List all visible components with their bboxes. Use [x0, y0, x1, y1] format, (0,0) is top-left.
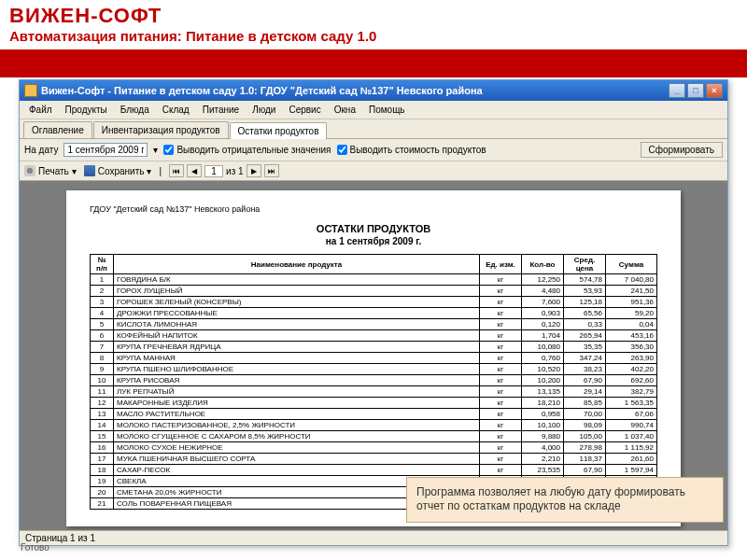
nav-first-button[interactable]: ⏮ — [169, 164, 184, 177]
cell-unit: кг — [480, 431, 522, 442]
report-date: на 1 сентября 2009 г. — [90, 236, 657, 246]
menu-nutrition[interactable]: Питание — [197, 103, 245, 117]
tab-inventory[interactable]: Инвентаризация продуктов — [93, 121, 229, 138]
cell-avg: 105,00 — [564, 431, 606, 442]
page-of-label: из 1 — [226, 166, 244, 176]
cell-avg: 70,00 — [564, 409, 606, 420]
print-icon — [24, 165, 35, 176]
cell-sum: 1 563,35 — [606, 398, 657, 409]
page-header: ВИЖЕН-СОФТ Автоматизация питания: Питани… — [0, 0, 747, 49]
cell-sum: 67,06 — [606, 409, 657, 420]
maximize-button[interactable]: □ — [687, 83, 704, 98]
menu-warehouse[interactable]: Склад — [157, 103, 195, 117]
minimize-button[interactable]: _ — [669, 83, 685, 98]
cell-unit: кг — [480, 308, 522, 319]
table-row: 14МОЛОКО ПАСТЕРИЗОВАННОЕ, 2,5% ЖИРНОСТИк… — [91, 420, 657, 431]
titlebar[interactable]: Вижен-Софт - Питание в детском саду 1.0:… — [20, 80, 727, 101]
cell-num: 8 — [91, 353, 114, 364]
print-dropdown-icon[interactable]: ▾ — [72, 166, 77, 176]
cell-avg: 125,18 — [564, 297, 606, 308]
col-unit: Ед. изм. — [480, 255, 522, 274]
date-dropdown-icon[interactable]: ▾ — [153, 145, 158, 155]
close-button[interactable]: × — [706, 83, 723, 98]
form-button[interactable]: Сформировать — [641, 142, 724, 158]
cell-qty: 0,958 — [522, 409, 564, 420]
cell-name: КИСЛОТА ЛИМОННАЯ — [114, 319, 480, 330]
cell-num: 5 — [91, 319, 114, 330]
cell-name: КРУПА РИСОВАЯ — [114, 375, 480, 386]
col-num: № п/п — [91, 255, 114, 274]
page-current-input[interactable] — [204, 165, 223, 177]
cell-num: 6 — [91, 330, 114, 342]
window-title: Вижен-Софт - Питание в детском саду 1.0:… — [41, 85, 483, 96]
print-button[interactable]: Печать▾ — [24, 165, 77, 176]
cell-avg: 67,90 — [564, 465, 606, 476]
tabbar: Оглавление Инвентаризация продуктов Оста… — [20, 119, 727, 139]
menu-service[interactable]: Сервис — [283, 103, 326, 117]
cell-num: 11 — [91, 386, 114, 398]
cell-name: ГОРОШЕК ЗЕЛЕНЫЙ (КОНСЕРВЫ) — [114, 297, 480, 308]
cell-sum: 1 115,92 — [606, 442, 657, 454]
status-ready: Готово — [21, 542, 49, 553]
statusbar: Страница 1 из 1 — [20, 530, 727, 545]
save-dropdown-icon[interactable]: ▾ — [147, 166, 151, 176]
cell-unit: кг — [480, 342, 522, 353]
cell-num: 9 — [91, 364, 114, 375]
nav-next-button[interactable]: ▶ — [247, 164, 261, 177]
cell-num: 20 — [91, 487, 114, 498]
cell-name: САХАР-ПЕСОК — [114, 465, 480, 476]
cell-avg: 35,35 — [564, 342, 606, 353]
nav-prev-button[interactable]: ◀ — [187, 164, 202, 177]
chk-cost[interactable]: Выводить стоимость продуктов — [337, 145, 486, 155]
cell-sum: 59,20 — [606, 308, 657, 319]
date-input[interactable] — [63, 143, 148, 157]
cell-qty: 1,704 — [522, 330, 564, 342]
cell-unit: кг — [480, 409, 522, 420]
chk-negative-box[interactable] — [163, 145, 174, 155]
cell-num: 21 — [91, 498, 114, 510]
menu-dishes[interactable]: Блюда — [115, 103, 155, 117]
cell-avg: 85,85 — [564, 398, 606, 409]
cell-qty: 18,210 — [522, 398, 564, 409]
table-row: 18САХАР-ПЕСОКкг23,53567,901 597,94 — [91, 465, 657, 476]
cell-num: 13 — [91, 409, 114, 420]
tab-remains[interactable]: Остатки продуктов — [230, 122, 328, 139]
red-bar — [0, 49, 747, 77]
cell-qty: 12,250 — [522, 274, 564, 286]
menu-windows[interactable]: Окна — [329, 103, 361, 117]
menu-products[interactable]: Продукты — [60, 103, 113, 117]
cell-qty: 23,535 — [522, 465, 564, 476]
chk-cost-box[interactable] — [337, 145, 347, 155]
cell-avg: 98,09 — [564, 420, 606, 431]
cell-unit: кг — [480, 465, 522, 476]
chk-negative[interactable]: Выводить отрицательные значения — [163, 145, 331, 155]
cell-name: КРУПА ПШЕНО ШЛИФОВАННОЕ — [114, 364, 480, 375]
page-nav: ⏮ ◀ из 1 ▶ ⏭ — [169, 164, 279, 177]
nav-last-button[interactable]: ⏭ — [264, 164, 279, 177]
menu-file[interactable]: Файл — [23, 103, 58, 117]
cell-sum: 241,50 — [606, 286, 657, 297]
cell-name: ДРОЖЖИ ПРЕССОВАННЫЕ — [114, 308, 480, 319]
menu-help[interactable]: Помощь — [363, 103, 411, 117]
cell-name: ГОВЯДИНА Б/К — [114, 274, 480, 286]
cell-unit: кг — [480, 442, 522, 454]
cell-qty: 7,600 — [522, 297, 564, 308]
callout-box: Программа позволяет на любую дату формир… — [406, 477, 724, 523]
cell-avg: 0,33 — [564, 319, 606, 330]
cell-num: 16 — [91, 442, 114, 454]
table-row: 1ГОВЯДИНА Б/Ккг12,250574,787 040,80 — [91, 274, 657, 286]
cell-qty: 9,880 — [522, 431, 564, 442]
cell-sum: 0,04 — [606, 319, 657, 330]
save-icon — [84, 165, 95, 176]
table-row: 7КРУПА ГРЕЧНЕВАЯ ЯДРИЦАкг10,08035,35356,… — [91, 342, 657, 353]
tab-toc[interactable]: Оглавление — [23, 121, 92, 138]
cell-name: КОФЕЙНЫЙ НАПИТОК — [114, 330, 480, 342]
menu-people[interactable]: Люди — [247, 103, 281, 117]
save-button[interactable]: Сохранить▾ — [84, 165, 152, 176]
cell-name: МУКА ПШЕНИЧНАЯ ВЫСШЕГО СОРТА — [114, 454, 480, 465]
cell-sum: 990,74 — [606, 420, 657, 431]
cell-unit: кг — [480, 364, 522, 375]
cell-num: 15 — [91, 431, 114, 442]
cell-sum: 1 597,94 — [606, 465, 657, 476]
cell-num: 18 — [91, 465, 114, 476]
